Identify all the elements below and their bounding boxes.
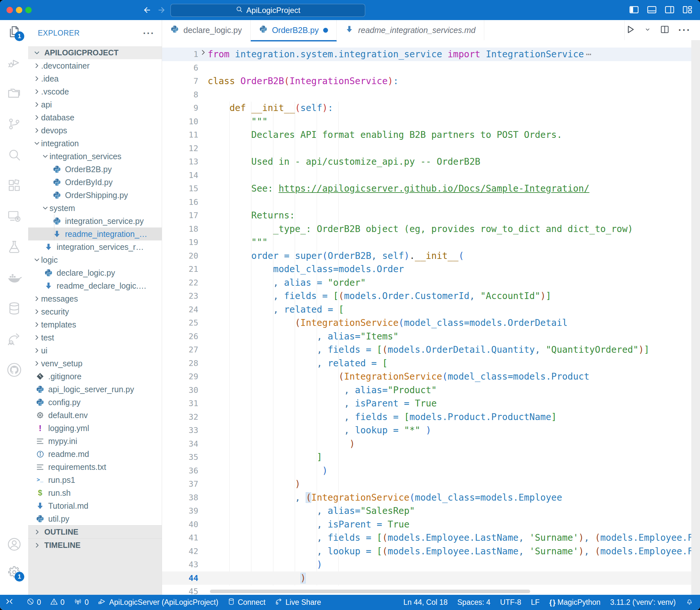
code-line-30[interactable]: 30 , alias="Product" [162,384,700,397]
tree-item-util-py[interactable]: util.py [28,512,162,525]
status-3-11-2-venv-venv-[interactable]: 3.11.2 ('venv': venv) [610,598,676,607]
line-number[interactable]: 44 [162,572,198,585]
status-lf[interactable]: LF [531,598,540,607]
activity-workspace-folder-icon[interactable] [0,83,28,103]
fold-collapsed-icon[interactable] [198,48,208,61]
line-number[interactable]: 15 [162,182,198,195]
tab-orderb2b.py[interactable]: OrderB2B.py [251,20,337,42]
line-number[interactable]: 13 [162,155,198,168]
tree-item-ordershipping-py[interactable]: OrderShipping.py [28,189,162,202]
line-number[interactable]: 40 [162,518,198,531]
status-database-small-icon[interactable]: Connect [223,595,270,610]
tree-item-venv-setup[interactable]: venv_setup [28,357,162,370]
horizontal-scrollbar[interactable] [210,590,530,593]
status-ln-44-col-18[interactable]: Ln 44, Col 18 [403,598,448,607]
section-timeline[interactable]: TIMELINE [28,539,162,552]
tree-item-readme-integration-[interactable]: readme_integration_… [28,227,162,240]
line-number[interactable]: 20 [162,249,198,263]
code-line-21[interactable]: 21 model_class=models.Order [162,262,700,276]
tree-item-config-py[interactable]: config.py [28,396,162,409]
tree-item-api[interactable]: api [28,98,162,111]
line-number[interactable]: 39 [162,504,198,518]
line-number[interactable]: 38 [162,491,198,504]
line-number[interactable]: 28 [162,357,198,370]
code-line-1[interactable]: 1from integration.system.integration_ser… [162,48,700,61]
activity-live-share-icon[interactable] [0,329,28,349]
tree-item-devops[interactable]: devops [28,124,162,137]
views-more-actions-icon[interactable]: ··· [143,32,154,35]
activity-github-icon[interactable] [0,360,28,380]
code-line-14[interactable]: 14 [162,168,700,182]
line-number[interactable]: 9 [162,101,198,115]
minimize-button[interactable] [16,7,22,13]
line-number[interactable]: 30 [162,384,198,397]
code-line-19[interactable]: 19 """ [162,236,700,249]
customize-layout-icon[interactable] [682,4,693,16]
activity-run-debug-icon[interactable] [0,52,28,73]
toggle-panel-icon[interactable] [646,4,657,16]
code-line-27[interactable]: 27 , fields = [(models.OrderDetail.Quant… [162,343,700,357]
more-actions-icon[interactable]: ··· [678,25,691,36]
tree-item-integration[interactable]: integration [28,137,162,150]
code-line-28[interactable]: 28 , related = [ [162,357,700,370]
code-line-12[interactable]: 12 [162,142,700,155]
tree-item-mypy-ini[interactable]: mypy.ini [28,435,162,448]
activity-search-icon[interactable] [0,145,28,165]
activity-explorer-icon[interactable]: 1 [0,22,28,42]
tree-item-ui[interactable]: ui [28,344,162,357]
tree-item-system[interactable]: system [28,202,162,214]
status-remote-indicator-icon[interactable] [0,595,19,610]
activity-account-icon[interactable] [0,534,28,554]
line-number[interactable]: 31 [162,397,198,410]
code-line-6[interactable]: 6 [162,61,700,75]
line-number[interactable]: 37 [162,477,198,491]
code-editor[interactable]: 1from integration.system.integration_ser… [162,40,700,595]
line-number[interactable]: 32 [162,410,198,424]
section-outline[interactable]: OUTLINE [28,525,162,539]
line-number[interactable]: 8 [162,88,198,102]
line-number[interactable]: 27 [162,343,198,357]
code-line-24[interactable]: 24 , related = [ [162,303,700,317]
line-number[interactable]: 7 [162,75,198,88]
code-line-34[interactable]: 34 ) [162,437,700,451]
activity-database-icon[interactable] [0,299,28,318]
line-number[interactable]: 21 [162,262,198,276]
code-line-40[interactable]: 40 , isParent = True [162,518,700,531]
code-line-36[interactable]: 36 ) [162,464,700,478]
line-number[interactable]: 25 [162,316,198,330]
code-line-39[interactable]: 39 , alias="SalesRep" [162,504,700,518]
tree-item-requirements-txt[interactable]: requirements.txt [28,461,162,473]
line-number[interactable]: 6 [162,61,198,75]
code-line-42[interactable]: 42 , lookup = [(models.Employee.LastName… [162,545,700,558]
line-number[interactable]: 1 [162,48,198,61]
activity-source-control-icon[interactable] [0,114,28,134]
code-line-44[interactable]: 44 ) [162,572,700,585]
code-line-37[interactable]: 37 ) [162,477,700,491]
tree-item-logic[interactable]: logic [28,253,162,266]
code-line-23[interactable]: 23 , fields = [(models.Order.CustomerId,… [162,289,700,303]
status-braces-icon[interactable]: { }MagicPython [549,598,600,607]
tree-item-integration-services[interactable]: integration_services [28,150,162,163]
activity-extensions-icon[interactable] [0,175,28,195]
code-line-31[interactable]: 31 , isParent = True [162,397,700,410]
forward-arrow-icon[interactable] [157,5,166,15]
code-line-15[interactable]: 15 See: https://apilogicserver.github.io… [162,182,700,195]
line-number[interactable]: 11 [162,128,198,142]
run-python-file-icon[interactable] [625,24,636,36]
line-number[interactable]: 43 [162,558,198,572]
tree-root-folder[interactable]: APILOGICPROJECT [28,46,162,59]
status-bell-icon[interactable] [685,597,694,607]
code-line-11[interactable]: 11 Declares API format enabling B2B part… [162,128,700,142]
tree-item-messages[interactable]: messages [28,292,162,305]
line-number[interactable]: 17 [162,209,198,222]
line-number[interactable]: 33 [162,423,198,437]
back-arrow-icon[interactable] [142,5,152,15]
tree-item-default-env[interactable]: default.env [28,409,162,422]
activity-test-beaker-icon[interactable] [0,237,28,257]
line-number[interactable]: 22 [162,276,198,290]
line-number[interactable]: 16 [162,195,198,209]
tree-item-database[interactable]: database [28,111,162,124]
tree-item-logging-yml[interactable]: !logging.yml [28,422,162,435]
line-number[interactable]: 26 [162,330,198,343]
activity-docker-icon[interactable] [0,268,28,288]
